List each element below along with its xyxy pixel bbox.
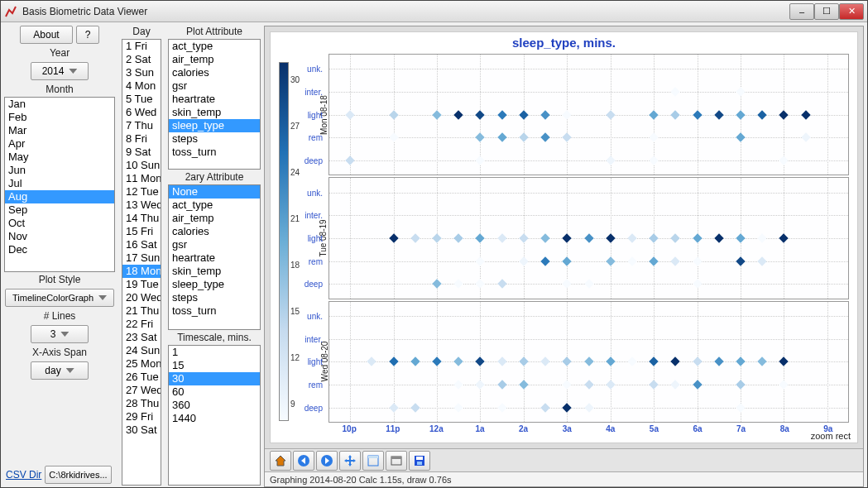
subplot[interactable]: Tue 08-19unk.inter.lightremdeep — [328, 177, 849, 299]
list-item[interactable]: act_type — [169, 199, 260, 212]
list-item[interactable]: 30 — [169, 372, 260, 385]
about-button[interactable]: About — [20, 26, 73, 44]
home-icon[interactable] — [270, 451, 291, 471]
data-point — [584, 233, 593, 242]
list-item[interactable]: heartrate — [169, 93, 260, 106]
timescale-listbox[interactable]: 11530603601440 — [168, 345, 261, 486]
list-item[interactable]: 10 Sun — [122, 159, 161, 172]
list-item[interactable]: May — [5, 151, 114, 164]
list-item[interactable]: 4 Mon — [122, 79, 161, 93]
list-item[interactable]: Dec — [5, 243, 114, 256]
x-tick: 11p — [386, 424, 400, 433]
list-item[interactable]: Jan — [5, 98, 114, 111]
list-item[interactable]: 9 Sat — [122, 146, 161, 159]
list-item[interactable]: sleep_type — [169, 278, 260, 291]
year-dropdown[interactable]: 2014 — [31, 62, 89, 80]
list-item[interactable]: Jul — [5, 177, 114, 190]
list-item[interactable]: 18 Mon — [122, 265, 161, 278]
xspan-dropdown[interactable]: day — [31, 361, 89, 380]
list-item[interactable]: 24 Sun — [122, 344, 161, 357]
list-item[interactable]: gsr — [169, 79, 260, 93]
list-item[interactable]: 5 Tue — [122, 93, 161, 106]
month-listbox[interactable]: JanFebMarAprMayJunJulAugSepOctNovDec — [4, 97, 115, 272]
list-item[interactable]: 8 Fri — [122, 132, 161, 146]
plot-canvas[interactable]: sleep_type, mins. 302724211815129 Mon 08… — [270, 31, 858, 443]
list-item[interactable]: 6 Wed — [122, 106, 161, 119]
list-item[interactable]: 22 Fri — [122, 318, 161, 331]
list-item[interactable]: 1440 — [169, 412, 260, 425]
list-item[interactable]: 60 — [169, 385, 260, 399]
list-item[interactable]: 2 Sat — [122, 53, 161, 66]
maximize-button[interactable]: ☐ — [814, 3, 839, 20]
forward-icon[interactable] — [316, 451, 338, 471]
list-item[interactable]: 7 Thu — [122, 119, 161, 132]
list-item[interactable]: 12 Tue — [122, 185, 161, 199]
csv-dir-link[interactable]: CSV Dir — [6, 469, 41, 481]
configure-icon[interactable] — [386, 451, 407, 471]
list-item[interactable]: 20 Wed — [122, 291, 161, 304]
list-item[interactable]: 15 Fri — [122, 225, 161, 238]
list-item[interactable]: 11 Mon — [122, 172, 161, 185]
list-item[interactable]: Oct — [5, 217, 114, 230]
zoom-icon[interactable] — [362, 451, 384, 471]
list-item[interactable]: 26 Tue — [122, 371, 161, 384]
data-point — [519, 256, 528, 266]
list-item[interactable]: Sep — [5, 203, 114, 217]
list-item[interactable]: air_temp — [169, 53, 260, 66]
list-item[interactable]: 21 Thu — [122, 304, 161, 318]
list-item[interactable]: skin_temp — [169, 106, 260, 119]
list-item[interactable]: skin_temp — [169, 265, 260, 278]
list-item[interactable]: 30 Sat — [122, 423, 161, 437]
list-item[interactable]: Mar — [5, 124, 114, 137]
list-item[interactable]: 25 Mon — [122, 357, 161, 371]
list-item[interactable]: 29 Fri — [122, 410, 161, 423]
list-item[interactable]: 17 Sun — [122, 251, 161, 265]
list-item[interactable]: 19 Tue — [122, 278, 161, 291]
csv-path-button[interactable]: C:\8rkidrives... — [45, 466, 111, 484]
list-item[interactable]: 360 — [169, 399, 260, 412]
list-item[interactable]: toss_turn — [169, 304, 260, 318]
list-item[interactable]: toss_turn — [169, 146, 260, 159]
close-button[interactable]: ✕ — [839, 3, 864, 20]
list-item[interactable]: 1 Fri — [122, 40, 161, 53]
minimize-button[interactable]: – — [789, 3, 814, 20]
list-item[interactable]: 16 Sat — [122, 238, 161, 251]
titlebar[interactable]: Basis Biometric Data Viewer – ☐ ✕ — [1, 1, 867, 22]
save-icon[interactable] — [409, 451, 430, 471]
list-item[interactable]: 15 — [169, 359, 260, 372]
list-item[interactable]: None — [169, 185, 260, 199]
data-point — [410, 233, 420, 242]
day-listbox[interactable]: 1 Fri2 Sat3 Sun4 Mon5 Tue6 Wed7 Thu8 Fri… — [122, 39, 161, 486]
pan-icon[interactable] — [339, 451, 361, 471]
list-item[interactable]: calories — [169, 225, 260, 238]
nlines-dropdown[interactable]: 3 — [31, 325, 89, 343]
list-item[interactable]: 3 Sun — [122, 66, 161, 79]
list-item[interactable]: calories — [169, 66, 260, 79]
plot-style-dropdown[interactable]: TimelineColorGraph — [5, 289, 114, 307]
list-item[interactable]: 14 Thu — [122, 212, 161, 225]
list-item[interactable]: 13 Wed — [122, 199, 161, 212]
list-item[interactable]: steps — [169, 132, 260, 146]
list-item[interactable]: 28 Thu — [122, 397, 161, 410]
list-item[interactable]: air_temp — [169, 212, 260, 225]
back-icon[interactable] — [293, 451, 314, 471]
subplot[interactable]: Wed 08-20unk.inter.lightremdeep — [328, 301, 849, 423]
list-item[interactable]: gsr — [169, 238, 260, 251]
list-item[interactable]: Aug — [5, 190, 114, 203]
list-item[interactable]: heartrate — [169, 251, 260, 265]
list-item[interactable]: sleep_type — [169, 119, 260, 132]
help-button[interactable]: ? — [76, 26, 99, 44]
secondary-attribute-listbox[interactable]: Noneact_typeair_tempcaloriesgsrheartrate… — [168, 184, 261, 330]
list-item[interactable]: 1 — [169, 346, 260, 359]
list-item[interactable]: 23 Sat — [122, 331, 161, 344]
list-item[interactable]: Apr — [5, 137, 114, 151]
plot-attribute-listbox[interactable]: act_typeair_tempcaloriesgsrheartrateskin… — [168, 39, 261, 170]
colorbar-tick: 24 — [290, 167, 300, 176]
list-item[interactable]: Feb — [5, 111, 114, 124]
subplot[interactable]: Mon 08-18unk.inter.lightremdeep — [328, 54, 849, 175]
list-item[interactable]: act_type — [169, 40, 260, 53]
list-item[interactable]: Jun — [5, 164, 114, 177]
list-item[interactable]: Nov — [5, 230, 114, 243]
list-item[interactable]: 27 Wed — [122, 384, 161, 397]
list-item[interactable]: steps — [169, 291, 260, 304]
